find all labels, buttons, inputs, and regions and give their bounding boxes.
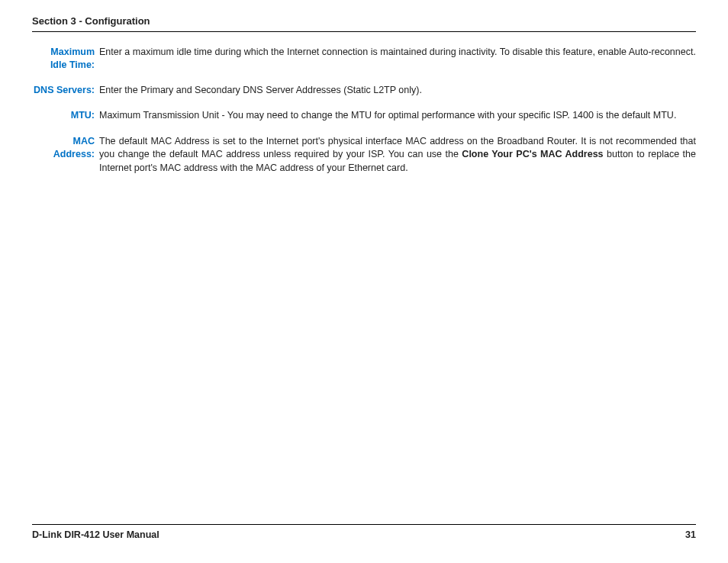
label-mtu: MTU: [32, 109, 98, 122]
mac-bold: Clone Your PC's MAC Address [462, 149, 603, 159]
section-header: Section 3 - Configuration [32, 15, 696, 32]
page-footer: D-Link DIR-412 User Manual 31 [32, 524, 696, 540]
row-dns: DNS Servers: Enter the Primary and Secon… [32, 84, 696, 98]
label-max-idle: Maximum Idle Time: [32, 46, 98, 72]
footer-page-number: 31 [685, 529, 696, 540]
label-mac: MAC Address: [32, 135, 98, 161]
row-max-idle: Maximum Idle Time: Enter a maximum idle … [32, 46, 696, 72]
row-mac: MAC Address: The default MAC Address is … [32, 135, 696, 175]
content-block: Maximum Idle Time: Enter a maximum idle … [32, 46, 696, 175]
label-dns: DNS Servers: [32, 84, 98, 97]
footer-manual-title: D-Link DIR-412 User Manual [32, 529, 159, 540]
desc-max-idle: Enter a maximum idle time during which t… [98, 46, 696, 60]
desc-mac: The default MAC Address is set to the In… [98, 135, 696, 175]
desc-mtu: Maximum Transmission Unit - You may need… [98, 109, 696, 123]
row-mtu: MTU: Maximum Transmission Unit - You may… [32, 109, 696, 123]
desc-dns: Enter the Primary and Secondary DNS Serv… [98, 84, 696, 98]
